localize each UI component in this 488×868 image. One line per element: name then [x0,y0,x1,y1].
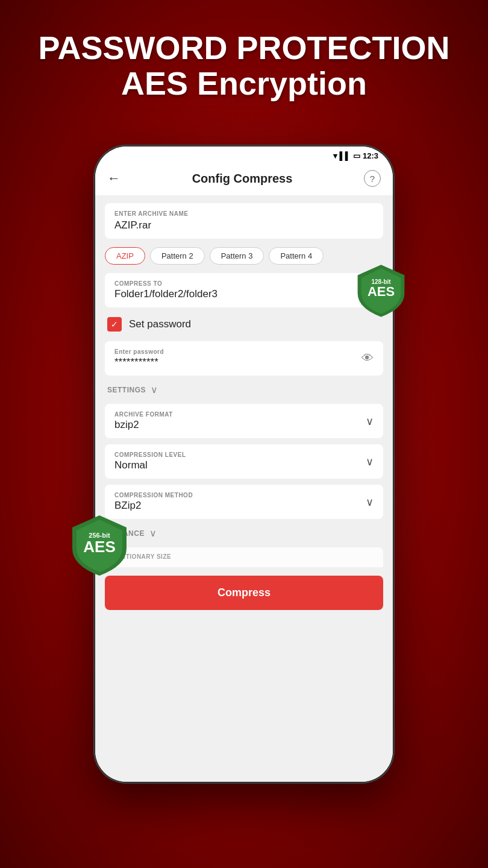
compress-to-value: Folder1/folder2/folder3 [114,288,360,300]
set-password-label: Set password [129,318,191,330]
app-title: Config Compress [192,172,293,186]
archive-format-value: bzip2 [114,419,366,431]
archive-format-chevron-icon: ∨ [366,415,374,428]
badge-128-aes-label: AES [368,285,395,298]
dictionary-size-label: DICTIONARY SIZE [114,553,374,560]
password-content: Enter password *********** [114,348,361,368]
advance-toggle[interactable]: ADVANCE ∨ [105,525,383,541]
compression-level-section[interactable]: COMPRESSION LEVEL Normal ∨ [105,444,383,479]
compress-to-section[interactable]: COMPRESS TO Folder1/folder2/folder3 🗁 [105,273,383,307]
settings-toggle[interactable]: SETTINGS ∨ [105,382,383,398]
back-button[interactable]: ← [107,171,120,186]
app-body: ENTER ARCHIVE NAME AZIP.rar AZIP Pattern… [95,196,393,782]
archive-format-content: ARCHIVE FORMAT bzip2 [114,411,366,431]
compression-method-label: COMPRESSION METHOD [114,492,366,498]
dictionary-size-section[interactable]: DICTIONARY SIZE [105,547,383,567]
aes-256-badge: 256-bit AES [66,512,133,579]
phone-shell: ▾ ▌▌ ▭ 12:3 ← Config Compress ? [93,145,395,784]
badge-256-aes-label: AES [83,539,115,555]
archive-format-section[interactable]: ARCHIVE FORMAT bzip2 ∨ [105,404,383,438]
password-field-value: *********** [114,356,361,368]
settings-label: SETTINGS [107,386,146,394]
compression-method-chevron-icon: ∨ [366,495,374,509]
set-password-row[interactable]: ✓ Set password [105,313,383,335]
password-checkbox[interactable]: ✓ [107,317,122,332]
pattern-tab-4[interactable]: Pattern 4 [269,247,324,265]
password-field-label: Enter password [114,348,361,355]
aes-128-badge: 128-bit AES [352,262,410,319]
advance-chevron-icon: ∨ [149,527,157,539]
compression-level-label: COMPRESSION LEVEL [114,451,366,458]
app-content: ENTER ARCHIVE NAME AZIP.rar AZIP Pattern… [95,196,393,782]
header-line2: AES Encryption [121,65,367,101]
archive-name-value: AZIP.rar [114,219,374,231]
header-section: PASSWORD PROTECTION AES Encryption [0,0,488,120]
status-bar: ▾ ▌▌ ▭ 12:3 [95,146,393,163]
compression-level-value: Normal [114,459,366,471]
help-button[interactable]: ? [364,170,381,187]
time-display: 12:3 [363,151,378,160]
settings-chevron-icon: ∨ [151,384,158,395]
phone-inner: ▾ ▌▌ ▭ 12:3 ← Config Compress ? [95,146,393,782]
compression-method-value: BZip2 [114,500,366,512]
eye-icon[interactable]: 👁 [361,351,374,365]
archive-name-label: ENTER ARCHIVE NAME [114,210,374,217]
password-section[interactable]: Enter password *********** 👁 [105,341,383,376]
pattern-tab-3[interactable]: Pattern 3 [210,247,264,265]
compression-level-content: COMPRESSION LEVEL Normal [114,451,366,471]
compression-method-section[interactable]: COMPRESSION METHOD BZip2 ∨ [105,485,383,519]
phone-container: 128-bit AES 256-bit AES ▾ ▌▌ ▭ 12:3 [93,145,395,808]
archive-name-section[interactable]: ENTER ARCHIVE NAME AZIP.rar [105,203,383,239]
header-line1: PASSWORD PROTECTION [38,30,449,66]
wifi-icon: ▾ [333,151,337,160]
battery-icon: ▭ [353,151,360,160]
compression-method-content: COMPRESSION METHOD BZip2 [114,492,366,512]
app-header: ← Config Compress ? [95,163,393,196]
status-icons: ▾ ▌▌ ▭ 12:3 [333,151,378,160]
pattern-tab-azip[interactable]: AZIP [105,247,145,265]
signal-icon: ▌▌ [340,151,351,160]
pattern-tabs: AZIP Pattern 2 Pattern 3 Pattern 4 [105,245,383,267]
compression-level-chevron-icon: ∨ [366,455,374,468]
compress-to-label: COMPRESS TO [114,280,360,287]
archive-format-label: ARCHIVE FORMAT [114,411,366,418]
pattern-tab-2[interactable]: Pattern 2 [150,247,205,265]
compress-to-content: COMPRESS TO Folder1/folder2/folder3 [114,280,360,300]
compress-button[interactable]: Compress [105,576,383,610]
